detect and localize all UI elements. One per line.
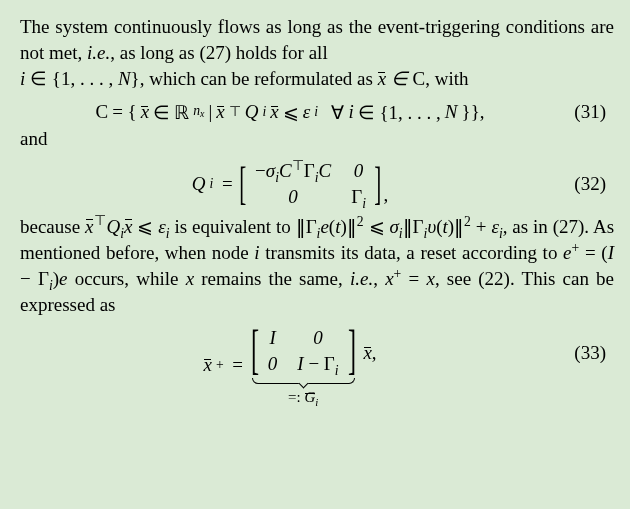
m33-11: I <box>258 325 288 351</box>
text: , with <box>425 68 468 89</box>
matrix-32: [ −σiC⊤ΓiC0 0Γi ] <box>241 158 379 210</box>
underbrace-label: =: Gi <box>288 389 318 406</box>
eq32-body: Qi = [ −σiC⊤ΓiC0 0Γi ] , <box>192 158 389 210</box>
m33-12: 0 <box>287 325 348 351</box>
matrix-33: [ I0 0I − Γi ] <box>252 325 355 377</box>
text: , as long as (27) holds for all <box>110 42 327 63</box>
paragraph-2: because x⊤Qix ⩽ εi is equivalent to ‖Γie… <box>20 214 614 319</box>
paragraph-1: The system continuously flows as long as… <box>20 14 614 66</box>
ie: i.e. <box>87 42 110 63</box>
ineq-xqx: x⊤Qix ⩽ εi <box>85 216 170 237</box>
comma: , <box>384 184 389 206</box>
eq-number-33: (33) <box>560 342 614 364</box>
eq33-body: x+ = [ I0 0I − Γi ] =: Gi x, <box>203 325 376 406</box>
and-text: and <box>20 128 614 150</box>
eq31-body: C = {x ∈ ℝnx | x⊤Qix ⩽ εi ∀ i ∈ {1, . . … <box>95 101 484 124</box>
underbrace: [ I0 0I − Γi ] =: Gi <box>252 325 355 406</box>
text: remains the same, <box>194 268 350 289</box>
text: , which can be reformulated as <box>140 68 378 89</box>
eq-number-32: (32) <box>560 173 614 195</box>
text: transmits its data, a reset according to <box>260 242 564 263</box>
equation-33: x+ = [ I0 0I − Γi ] =: Gi x, (33) <box>20 325 614 406</box>
equation-31: C = {x ∈ ℝnx | x⊤Qix ⩽ εi ∀ i ∈ {1, . . … <box>20 101 614 124</box>
i-in-set: i ∈ {1, . . . , N} <box>20 68 140 89</box>
norm-ineq: ‖Γie(t)‖2 ⩽ σi‖Γiυ(t)‖2 + εi <box>296 216 503 237</box>
xbar-in-C: x ∈ C <box>378 68 426 89</box>
brace-icon <box>252 378 355 384</box>
eq-number-31: (31) <box>560 101 614 123</box>
equation-32: Qi = [ −σiC⊤ΓiC0 0Γi ] , (32) <box>20 158 614 210</box>
m32-21: 0 <box>245 184 341 210</box>
m33-21: 0 <box>258 351 288 377</box>
m32-12: 0 <box>341 158 376 184</box>
xplus-eq: x+ = x <box>385 268 435 289</box>
text: occurs, while <box>67 268 185 289</box>
x-var: x <box>186 268 194 289</box>
paragraph-1-line3: i ∈ {1, . . . , N}, which can be reformu… <box>20 66 614 92</box>
text: because <box>20 216 85 237</box>
ie2: i.e. <box>350 268 373 289</box>
text: is equivalent to <box>170 216 296 237</box>
